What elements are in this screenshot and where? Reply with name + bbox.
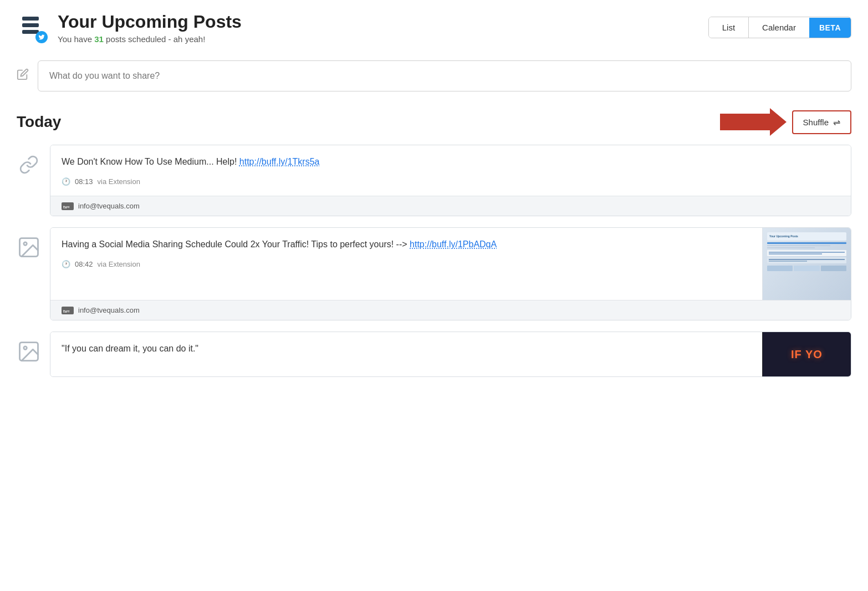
compose-area [17, 60, 851, 91]
twitter-badge [35, 31, 48, 43]
svg-text:tv=: tv= [63, 205, 70, 210]
post-text: "If you can dream it, you can do it." [62, 342, 751, 355]
post-text: We Don't Know How To Use Medium... Help!… [62, 155, 840, 169]
svg-marker-3 [720, 108, 787, 136]
post-thumbnail: IF YO [762, 332, 851, 376]
post-account: info@tvequals.com [78, 306, 140, 314]
header-subtitle: You have 31 posts scheduled - ah yeah! [58, 34, 242, 44]
svg-rect-0 [22, 17, 39, 21]
today-section-header: Today Shuffle ⇌ [17, 108, 851, 136]
page-header: Your Upcoming Posts You have 31 posts sc… [17, 11, 851, 44]
post-time: 08:13 [75, 177, 93, 186]
logo-container [17, 12, 48, 43]
header-left: Your Upcoming Posts You have 31 posts sc… [17, 11, 242, 44]
list-view-button[interactable]: List [709, 17, 749, 38]
post-link: http://buff.ly/1PbADqA [410, 240, 497, 249]
post-account: info@tvequals.com [78, 202, 140, 210]
post-body: "If you can dream it, you can do it." [50, 332, 762, 376]
svg-point-7 [24, 242, 27, 246]
post-content-wrapper: "If you can dream it, you can do it." IF… [50, 332, 851, 377]
post-time: 08:42 [75, 260, 93, 268]
svg-rect-1 [22, 23, 39, 27]
post-with-image: "If you can dream it, you can do it." IF… [50, 332, 851, 376]
post-content-wrapper: We Don't Know How To Use Medium... Help!… [50, 145, 851, 216]
footer-brand-icon: tv= [62, 307, 74, 314]
shuffle-container: Shuffle ⇌ [720, 108, 851, 136]
svg-text:tv=: tv= [63, 309, 70, 314]
post-body: We Don't Know How To Use Medium... Help!… [50, 145, 851, 196]
post-footer: tv= info@tvequals.com [50, 196, 851, 216]
svg-point-11 [24, 347, 27, 350]
arrow-indicator [720, 108, 787, 136]
link-icon [17, 152, 41, 177]
post-footer: tv= info@tvequals.com [50, 300, 851, 320]
post-body-inner: Having a Social Media Sharing Schedule C… [50, 228, 762, 300]
shuffle-icon: ⇌ [833, 117, 840, 128]
post-via: via Extension [98, 260, 140, 268]
today-title: Today [17, 113, 61, 131]
view-toggle: List Calendar BETA [708, 17, 851, 38]
post-card: Having a Social Media Sharing Schedule C… [17, 227, 851, 320]
page-title: Your Upcoming Posts [58, 11, 242, 32]
post-meta: 🕐 08:13 via Extension [62, 177, 840, 186]
shuffle-label: Shuffle [803, 118, 829, 127]
calendar-view-button[interactable]: Calendar [749, 17, 809, 38]
subtitle-suffix: posts scheduled - ah yeah! [104, 34, 205, 44]
post-link: http://buff.ly/1Tkrs5a [239, 157, 320, 166]
subtitle-prefix: You have [58, 34, 94, 44]
shuffle-button[interactable]: Shuffle ⇌ [792, 110, 851, 134]
post-meta: 🕐 08:42 via Extension [62, 260, 751, 268]
pencil-icon [17, 68, 29, 84]
post-with-image: Having a Social Media Sharing Schedule C… [50, 228, 851, 300]
post-card: "If you can dream it, you can do it." IF… [17, 332, 851, 377]
beta-button[interactable]: BETA [809, 18, 851, 38]
footer-brand-icon: tv= [62, 202, 74, 210]
clock-icon: 🕐 [62, 177, 70, 186]
compose-input[interactable] [38, 60, 851, 91]
post-content-wrapper: Having a Social Media Sharing Schedule C… [50, 227, 851, 320]
post-text: Having a Social Media Sharing Schedule C… [62, 238, 751, 251]
post-body: Having a Social Media Sharing Schedule C… [50, 228, 762, 278]
header-title-block: Your Upcoming Posts You have 31 posts sc… [58, 11, 242, 44]
image-placeholder-icon [17, 235, 41, 259]
image-placeholder-icon [17, 339, 41, 364]
post-card: We Don't Know How To Use Medium... Help!… [17, 145, 851, 216]
clock-icon: 🕐 [62, 260, 70, 268]
post-thumbnail: Your Upcoming Posts [762, 228, 851, 300]
post-via: via Extension [98, 177, 140, 186]
post-count: 31 [94, 34, 104, 44]
post-body-inner: "If you can dream it, you can do it." [50, 332, 762, 376]
